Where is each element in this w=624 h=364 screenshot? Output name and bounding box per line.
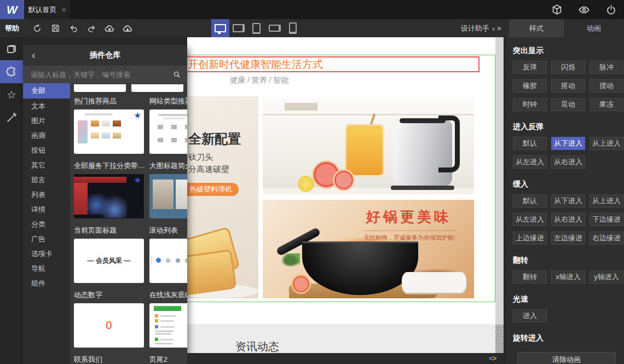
page-tab[interactable]: 默认首页 ×	[24, 0, 70, 19]
animation-button-右边缘进[interactable]: 右边缘进	[590, 232, 623, 245]
plugin-item[interactable]: 热门推荐商品★	[74, 95, 144, 154]
rail-favorites-button[interactable]: ☆	[0, 83, 23, 106]
code-view-icon[interactable]: <>	[489, 354, 496, 362]
rail-wand-button[interactable]	[0, 106, 23, 129]
search-icon[interactable]	[173, 71, 181, 78]
canvas-vertical-scrollbar[interactable]	[495, 37, 504, 353]
wok-banner-image[interactable]: 好锅更美味 无忧购物，至诚服务为你保驾护航! Warm Home	[263, 200, 474, 298]
category-选项卡[interactable]: 选项卡	[23, 246, 70, 261]
animation-button-y轴进入[interactable]: y轴进入	[590, 270, 623, 284]
animation-button-默认[interactable]: 默认	[513, 194, 547, 207]
device-desktop-button[interactable]	[211, 19, 229, 37]
rail-pages-button[interactable]	[0, 37, 23, 60]
design-assistant-dropdown[interactable]: 设计助手∨	[461, 19, 495, 37]
plugin-item[interactable]: 当前页面标题— 会员风采 —	[74, 224, 144, 283]
plugin-search-input[interactable]	[30, 70, 169, 79]
category-按钮[interactable]: 按钮	[23, 143, 70, 158]
animation-button-晃动[interactable]: 晃动	[551, 98, 585, 111]
category-留言[interactable]: 留言	[23, 172, 70, 187]
category-画廊[interactable]: 画廊	[23, 128, 70, 143]
category-组件[interactable]: 组件	[23, 276, 70, 291]
category-详情[interactable]: 详情	[23, 202, 70, 217]
plugin-item[interactable]: 动态数字0	[74, 289, 144, 348]
cloud-upload-icon[interactable]	[103, 22, 116, 35]
category-全部[interactable]: 全部	[23, 83, 70, 99]
device-phone-landscape-button[interactable]	[265, 19, 284, 37]
plugin-item-thumbnail-scroll-list[interactable]: ★	[149, 239, 187, 283]
animation-button-从右进入[interactable]: 从右进入	[551, 213, 585, 226]
animation-button-翻转[interactable]: 翻转	[513, 270, 547, 284]
plugin-item-thumbnail-page-title[interactable]: — 会员风采 —	[74, 239, 144, 283]
category-图片[interactable]: 图片	[23, 113, 70, 128]
animation-button-脉冲[interactable]: 脉冲	[590, 61, 623, 74]
plugin-item[interactable]: 页尾2	[149, 354, 187, 364]
page-subtitle[interactable]: 健康 / 营养 / 智能	[230, 76, 288, 85]
tab-style[interactable]: 样式	[509, 19, 564, 37]
star-badge-icon[interactable]: ★	[134, 111, 141, 119]
animation-button-左边缘进[interactable]: 左边缘进	[551, 232, 585, 245]
save-icon[interactable]	[49, 22, 62, 35]
animation-button-x轴进入[interactable]: x轴进入	[551, 270, 585, 284]
plugin-item[interactable]: 网站类型推荐★	[149, 95, 187, 154]
tab-close-icon[interactable]: ×	[61, 5, 66, 14]
plugin-item-partial[interactable]	[74, 84, 126, 92]
animation-button-从左进入[interactable]: 从左进入	[513, 213, 547, 226]
preview-eye-icon[interactable]	[579, 4, 590, 15]
animation-button-从左进入[interactable]: 从左进入	[513, 155, 547, 169]
category-文本[interactable]: 文本	[23, 99, 70, 113]
category-列表[interactable]: 列表	[23, 187, 70, 202]
scrollbar-thumb[interactable]	[495, 325, 504, 353]
animation-button-从下进入[interactable]: 从下进入	[551, 137, 585, 150]
animation-button-从上进入[interactable]: 从上进入	[590, 194, 623, 207]
plugin-item[interactable]: 全部服务下拉分类带...★	[74, 160, 144, 218]
left-banner-image[interactable]: 全新配置 钛刀头 分高速破壁 热破壁料理机	[187, 96, 258, 298]
plugin-item-thumbnail-services-menu[interactable]: ★	[74, 174, 144, 218]
news-section-title[interactable]: 资讯动态	[235, 339, 279, 353]
clear-animation-button[interactable]: 清除动画	[517, 352, 616, 364]
kettle-product-image[interactable]	[263, 99, 474, 194]
category-分类[interactable]: 分类	[23, 217, 70, 232]
tab-animation[interactable]: 动画	[564, 19, 624, 37]
rail-plugins-button[interactable]	[0, 60, 23, 83]
animation-button-上边缘进[interactable]: 上边缘进	[513, 232, 547, 245]
animation-button-闪烁[interactable]: 闪烁	[551, 61, 585, 74]
animation-button-默认[interactable]: 默认	[513, 137, 547, 150]
category-导航[interactable]: 导航	[23, 261, 70, 276]
animation-button-反弹[interactable]: 反弹	[513, 61, 547, 74]
plugin-item-thumbnail-big-image-switch[interactable]	[149, 174, 187, 218]
back-chevron-icon[interactable]: ‹	[32, 45, 36, 66]
animation-button-从右进入[interactable]: 从右进入	[551, 155, 585, 169]
power-icon[interactable]	[606, 4, 616, 15]
animation-button-摆动[interactable]: 摆动	[590, 79, 623, 93]
refresh-icon[interactable]	[31, 22, 44, 35]
plugin-item-partial[interactable]	[131, 84, 183, 92]
plugin-item-thumbnail-site-types[interactable]: ★	[149, 109, 187, 154]
device-phone-portrait-button[interactable]	[284, 19, 302, 37]
plugin-item-thumbnail-hot-products[interactable]: ★	[74, 109, 144, 154]
undo-icon[interactable]	[67, 22, 80, 35]
selected-title-element[interactable]: 开创新时代健康智能生活方式	[187, 56, 479, 72]
animation-button-从下进入[interactable]: 从下进入	[551, 194, 585, 207]
cloud-download-icon[interactable]	[121, 22, 134, 35]
device-tablet-portrait-button[interactable]	[247, 19, 265, 37]
plugin-item[interactable]: 联系我们	[74, 354, 144, 364]
app-logo[interactable]: W	[0, 0, 24, 19]
plugin-item[interactable]: 在线浅灰底QQ客服	[149, 289, 187, 348]
plugin-item[interactable]: 大图标题简介左右切...	[149, 160, 187, 218]
plugin-item[interactable]: 滚动列表★	[149, 224, 187, 283]
redo-icon[interactable]	[85, 22, 98, 35]
cube-icon[interactable]	[552, 4, 562, 15]
category-广告[interactable]: 广告	[23, 232, 70, 246]
animation-button-进入[interactable]: 进入	[513, 309, 547, 322]
star-badge-icon[interactable]: ★	[134, 176, 141, 184]
animation-button-果冻[interactable]: 果冻	[590, 98, 623, 111]
help-button[interactable]: 帮助	[5, 19, 19, 37]
plugin-item-thumbnail-dynamic-number[interactable]: 0	[74, 303, 144, 348]
animation-button-时钟[interactable]: 时钟	[513, 98, 547, 111]
animation-button-摇动[interactable]: 摇动	[551, 79, 585, 93]
animation-button-橡胶[interactable]: 橡胶	[513, 79, 547, 93]
collapse-chevron[interactable]: »	[497, 19, 501, 37]
animation-button-从上进入[interactable]: 从上进入	[590, 137, 623, 150]
device-tablet-landscape-button[interactable]	[229, 19, 247, 37]
category-其它[interactable]: 其它	[23, 158, 70, 172]
